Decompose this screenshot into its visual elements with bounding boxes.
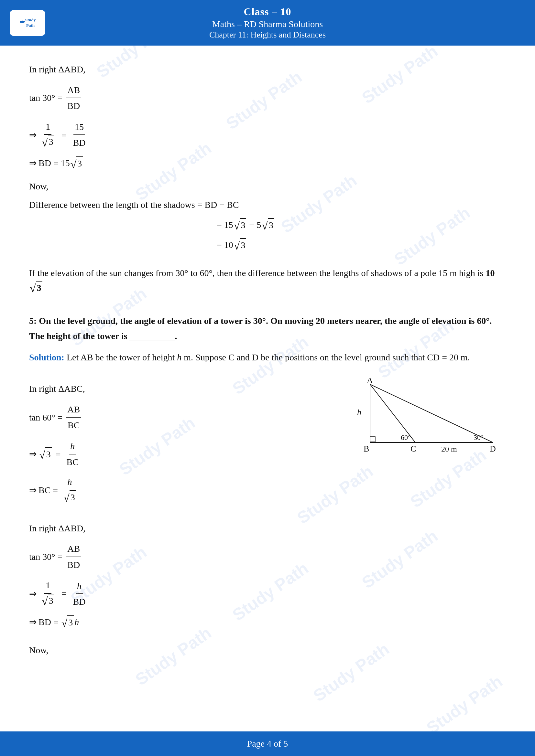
solution-text: Let AB be the tower of height h m. Suppo… <box>67 352 470 362</box>
eq-sqrt3-h-bc: ⇒ √ 3 = h BC <box>29 438 331 470</box>
den-sqrt3-2: √ 3 <box>62 490 78 506</box>
num-1-2: 1 <box>44 578 51 594</box>
num-15: 15 <box>73 119 85 135</box>
eq-tan30-abd: tan 30° = AB BD <box>29 82 506 114</box>
sqrt-3-bd2: √ 3 <box>62 615 74 629</box>
tan60-label: tan 60° = <box>29 410 65 425</box>
logo-text: StudyPath <box>25 17 36 28</box>
num-ab: AB <box>66 402 81 418</box>
question-5: 5: On the level ground, the angle of ele… <box>29 313 506 344</box>
main-content: In right ΔABD, tan 30° = AB BD ⇒ 1 √ 3 =… <box>0 45 535 694</box>
sqrt-3-rhs1b: √ 3 <box>262 218 274 231</box>
implies-icon-2: ⇒ <box>29 155 37 171</box>
numerator-ab: AB <box>66 82 81 98</box>
fraction-ab-bd: AB BD <box>66 82 81 114</box>
sqrt-3-conclusion: √3 <box>30 281 42 294</box>
fraction-1-sqrt3: 1 √ 3 <box>40 119 56 151</box>
den-bc: BC <box>66 418 81 433</box>
svg-text:B: B <box>364 444 369 453</box>
implies-icon-3: ⇒ <box>29 446 37 462</box>
svg-text:C: C <box>410 444 416 453</box>
sqrt-3-lhs: √ 3 <box>39 447 52 461</box>
diff-text: Difference between the length of the sha… <box>29 197 506 213</box>
page-header: ✒ StudyPath Class – 10 Maths – RD Sharma… <box>0 0 535 45</box>
rhs-line1: = 15 √ 3 − 5 √ 3 <box>217 217 506 233</box>
sqrt-3-bd: √ 3 <box>70 156 83 170</box>
page-footer: Page 4 of 5 <box>0 731 535 756</box>
eq-bd-15sqrt3: ⇒ BD = 15 √ 3 <box>29 155 506 171</box>
class-label: Class – 10 <box>7 6 528 18</box>
den-bd: BD <box>71 135 87 150</box>
solution-intro: Solution: Let AB be the tower of height … <box>29 350 506 365</box>
implies-icon-4: ⇒ <box>29 483 37 498</box>
implies-icon-6: ⇒ <box>29 614 37 630</box>
eq-implies-1-sqrt3: ⇒ 1 √ 3 = 15 BD <box>29 119 506 151</box>
implies-icon-5: ⇒ <box>29 586 37 602</box>
eq-tan30-abd2: tan 30° = AB BD <box>29 541 506 572</box>
bd-value: BD = 15 <box>39 155 70 171</box>
svg-text:30°: 30° <box>473 433 484 442</box>
num-ab-2: AB <box>66 541 81 557</box>
den-bd-3: BD <box>71 594 87 609</box>
eq-1-sqrt3-h-bd: ⇒ 1 √ 3 = h BD <box>29 578 506 609</box>
sqrt-3-rhs1: √ 3 <box>234 218 246 231</box>
now-label-2: Now, <box>29 642 506 658</box>
diagram-svg: A h B C D 20 m 60° 30° <box>344 378 499 462</box>
fraction-h-bc: h BC <box>65 438 80 470</box>
num-h-3: h <box>76 578 83 594</box>
num-h: h <box>69 438 76 454</box>
svg-text:20 m: 20 m <box>441 445 457 453</box>
svg-text:h: h <box>357 408 361 417</box>
denominator-bd: BD <box>66 98 81 114</box>
num-1: 1 <box>44 119 51 135</box>
rhs-line2: = 10 √ 3 <box>217 237 506 253</box>
svg-rect-4 <box>370 437 375 442</box>
den-bd-2: BD <box>66 557 81 573</box>
svg-text:60°: 60° <box>401 433 411 442</box>
eq-bd-sqrt3h: ⇒ BD = √ 3 h <box>29 614 506 630</box>
page-number: Page 4 of 5 <box>247 739 288 748</box>
math-left: In right ΔABC, tan 60° = AB BC ⇒ √ 3 = h <box>29 371 331 511</box>
solution-label: Solution: <box>29 352 64 362</box>
tan30-label: tan 30° = <box>29 90 65 106</box>
sqrt-3-den: √ 3 <box>42 135 54 148</box>
in-right-abc: In right ΔABC, <box>29 381 331 396</box>
pen-icon: ✒ <box>19 18 25 27</box>
intro-abd: In right ΔABD, <box>29 62 506 77</box>
fraction-ab-bc: AB BC <box>66 402 81 433</box>
rhs-computation: = 15 √ 3 − 5 √ 3 = 10 √ 3 <box>217 217 506 253</box>
chapter-label: Chapter 11: Heights and Distances <box>7 30 528 40</box>
den-bc2: BC <box>65 454 80 470</box>
sqrt-3-den2: √ 3 <box>63 490 76 503</box>
den-sqrt3-3: √ 3 <box>40 594 56 610</box>
h-label: h <box>74 614 79 630</box>
implies-icon-1: ⇒ <box>29 127 37 143</box>
conclusion-bold: 10√3 <box>29 268 494 294</box>
conclusion-text: If the elevation of the sun changes from… <box>29 265 506 297</box>
eq-bc-h-sqrt3: ⇒ BC = h √ 3 <box>29 474 331 506</box>
num-h2: h <box>66 474 73 490</box>
fraction-h-sqrt3: h √ 3 <box>62 474 78 506</box>
in-right-abd-2: In right ΔABD, <box>29 521 506 536</box>
sqrt-3-den3: √ 3 <box>42 594 54 607</box>
fraction-15-bd: 15 BD <box>71 119 87 150</box>
fraction-ab-bd-2: AB BD <box>66 541 81 572</box>
fraction-1-sqrt3-2: 1 √ 3 <box>40 578 56 609</box>
eq-tan60-abc: tan 60° = AB BC <box>29 402 331 433</box>
tan30-label-2: tan 30° = <box>29 549 65 565</box>
fraction-h-bd: h BD <box>71 578 87 609</box>
geometry-diagram: A h B C D 20 m 60° 30° <box>344 378 506 467</box>
den-sqrt3: √ 3 <box>40 135 56 151</box>
diagram-section: In right ΔABC, tan 60° = AB BC ⇒ √ 3 = h <box>29 371 506 511</box>
subject-label: Maths – RD Sharma Solutions <box>7 19 528 29</box>
svg-text:A: A <box>367 378 373 385</box>
sqrt-3-rhs2: √ 3 <box>234 238 246 252</box>
svg-text:D: D <box>490 444 496 453</box>
now-label-1: Now, <box>29 179 506 194</box>
logo: ✒ StudyPath <box>10 10 45 36</box>
